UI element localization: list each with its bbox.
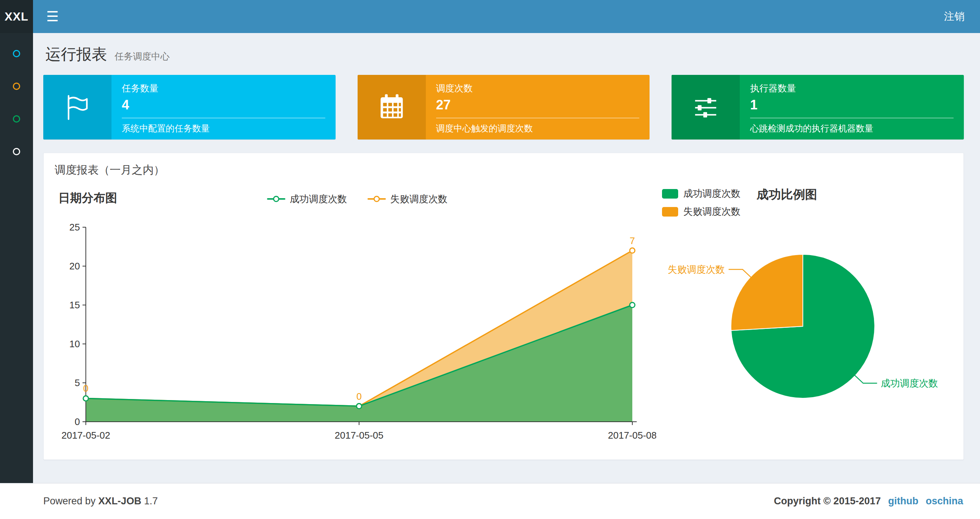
date-distribution-chart[interactable]: 05101520252017-05-022017-05-052017-05-08… — [58, 211, 656, 449]
svg-text:25: 25 — [69, 222, 80, 233]
svg-text:2017-05-08: 2017-05-08 — [608, 430, 657, 441]
report-panel: 调度报表（一月之内） 日期分布图 成功调度次数 — [43, 153, 964, 460]
line-chart-legend: 成功调度次数 失败调度次数 — [267, 193, 447, 206]
svg-text:成功调度次数: 成功调度次数 — [881, 378, 938, 389]
info-box-row: 任务数量 4 系统中配置的任务数量 — [43, 75, 964, 139]
circle-o-icon — [13, 50, 20, 57]
info-box-description: 系统中配置的任务数量 — [122, 123, 325, 134]
date-distribution-chart-block: 日期分布图 成功调度次数 — [58, 187, 656, 449]
github-link[interactable]: github — [888, 495, 918, 507]
line-chart-title: 日期分布图 — [58, 190, 117, 206]
pie-chart-title: 成功比例图 — [757, 187, 817, 203]
legend-label: 成功调度次数 — [683, 187, 740, 200]
sidebar-item-1[interactable] — [10, 50, 23, 57]
calendar-icon — [358, 75, 426, 139]
info-box-title: 调度次数 — [436, 82, 640, 94]
info-box-content: 调度次数 27 调度中心触发的调度次数 — [426, 75, 650, 139]
oschina-link[interactable]: oschina — [926, 495, 963, 507]
circle-o-icon — [13, 115, 20, 123]
footer: Powered by XXL-JOB 1.7 Copyright © 2015-… — [0, 483, 980, 519]
sidebar-toggle-icon[interactable]: ☰ — [33, 0, 72, 33]
page-title: 运行报表 — [46, 46, 107, 63]
pie-chart-head: 成功调度次数 失败调度次数 成功比例图 — [660, 187, 950, 218]
pie-chart-legend: 成功调度次数 失败调度次数 — [662, 187, 740, 218]
svg-text:0: 0 — [83, 383, 88, 394]
middle-row: 运行报表 任务调度中心 任务数量 4 系统中 — [0, 33, 980, 483]
info-box-number: 27 — [436, 97, 640, 113]
info-box-progress — [122, 118, 325, 118]
circle-o-icon — [13, 148, 20, 155]
logout-link[interactable]: 注销 — [929, 10, 980, 24]
info-box-number: 4 — [122, 97, 325, 113]
top-navbar: XXL ☰ 注销 — [0, 0, 980, 33]
sidebar-item-2[interactable] — [10, 83, 23, 90]
svg-text:2017-05-02: 2017-05-02 — [62, 430, 110, 441]
legend-item-success[interactable]: 成功调度次数 — [267, 193, 347, 206]
svg-text:20: 20 — [69, 260, 80, 271]
app-root: XXL ☰ 注销 运行报表 任务调度中心 — [0, 0, 980, 519]
info-box-jobs: 任务数量 4 系统中配置的任务数量 — [43, 75, 336, 139]
main-content: 运行报表 任务调度中心 任务数量 4 系统中 — [33, 33, 980, 483]
info-box-title: 执行器数量 — [750, 82, 954, 94]
info-box-number: 1 — [750, 97, 954, 113]
svg-text:15: 15 — [69, 300, 80, 310]
success-ratio-chart-block: 成功调度次数 失败调度次数 成功比例图 成功调度次数失败调度次数 — [660, 187, 950, 449]
page-header: 运行报表 任务调度中心 — [46, 44, 964, 65]
info-box-description: 调度中心触发的调度次数 — [436, 123, 640, 134]
legend-item-fail[interactable]: 失败调度次数 — [368, 193, 447, 206]
svg-text:0: 0 — [75, 416, 80, 427]
line-chart-head: 日期分布图 成功调度次数 — [58, 187, 656, 211]
navbar-rest: ☰ 注销 — [33, 0, 980, 33]
legend-label: 失败调度次数 — [683, 205, 740, 218]
info-box-executors: 执行器数量 1 心跳检测成功的执行器机器数量 — [671, 75, 964, 139]
sidebar-item-4[interactable] — [10, 148, 23, 155]
footer-powered-by: Powered by XXL-JOB 1.7 — [43, 495, 158, 507]
page-subtitle: 任务调度中心 — [115, 51, 169, 61]
product-name: XXL-JOB — [98, 495, 141, 506]
legend-ring-icon — [374, 196, 380, 202]
sidebar — [0, 33, 33, 483]
sidebar-item-3[interactable] — [10, 115, 23, 123]
info-box-content: 任务数量 4 系统中配置的任务数量 — [111, 75, 336, 139]
legend-label: 成功调度次数 — [290, 193, 347, 206]
info-box-content: 执行器数量 1 心跳检测成功的执行器机器数量 — [740, 75, 964, 139]
svg-text:7: 7 — [630, 235, 635, 246]
svg-text:失败调度次数: 失败调度次数 — [668, 264, 725, 275]
legend-item-fail[interactable]: 失败调度次数 — [662, 205, 740, 218]
footer-right: Copyright © 2015-2017 github oschina — [774, 495, 963, 507]
info-box-title: 任务数量 — [122, 82, 325, 94]
legend-swatch-icon — [662, 189, 678, 198]
svg-text:0: 0 — [356, 391, 362, 402]
panel-title: 调度报表（一月之内） — [44, 153, 964, 185]
legend-label: 失败调度次数 — [390, 193, 447, 206]
svg-text:10: 10 — [69, 339, 80, 350]
info-box-progress — [750, 118, 954, 118]
charts-row: 日期分布图 成功调度次数 — [44, 185, 964, 460]
legend-item-success[interactable]: 成功调度次数 — [662, 187, 740, 200]
flag-icon — [43, 75, 111, 139]
svg-text:5: 5 — [75, 377, 80, 388]
svg-text:2017-05-05: 2017-05-05 — [335, 430, 383, 441]
sliders-icon — [671, 75, 740, 139]
success-ratio-chart[interactable]: 成功调度次数失败调度次数 — [660, 222, 944, 427]
legend-ring-icon — [273, 196, 280, 202]
info-box-description: 心跳检测成功的执行器机器数量 — [750, 123, 954, 134]
brand-logo[interactable]: XXL — [0, 0, 33, 33]
info-box-triggers: 调度次数 27 调度中心触发的调度次数 — [358, 75, 650, 139]
info-box-progress — [436, 118, 640, 118]
circle-o-icon — [13, 83, 20, 90]
legend-line-icon — [368, 198, 386, 200]
legend-line-icon — [267, 198, 285, 200]
copyright-text: Copyright © 2015-2017 — [774, 495, 881, 507]
legend-swatch-icon — [662, 207, 678, 217]
